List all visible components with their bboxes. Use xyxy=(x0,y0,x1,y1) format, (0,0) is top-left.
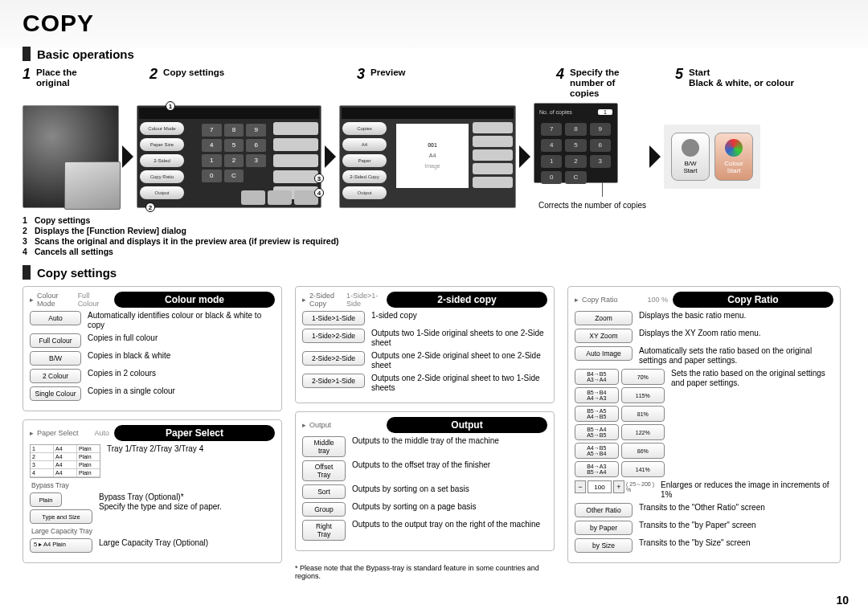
page-title: COPY xyxy=(23,10,845,37)
page-number: 10 xyxy=(836,594,849,607)
option-button: Other Ratio xyxy=(575,503,633,517)
option-desc: Automatically sets the ratio based on th… xyxy=(639,346,833,366)
panel-two-sided: ▸ 2-Sided Copy1-Side>1-Side 2-sided copy… xyxy=(295,286,555,403)
pill-paper-select: Paper Select xyxy=(114,425,275,441)
section-copy-settings: Copy settings xyxy=(23,265,845,280)
option-desc: Outputs two 1-Side original sheets to on… xyxy=(371,329,547,348)
desc-ratio-input: Enlarges or reduces the image in increme… xyxy=(661,480,833,500)
option-desc: Copies in a single colour xyxy=(88,386,275,396)
arrow-icon xyxy=(122,145,133,168)
footnote-bypass: * Please note that the Bypass-tray is st… xyxy=(295,564,555,580)
option-button: Offset Tray xyxy=(302,460,346,481)
step-5: 5 Start Black & white, or colour xyxy=(675,66,812,100)
header-output: ▸ Output xyxy=(302,421,382,429)
colour-start-button: Colour Start xyxy=(714,133,753,181)
step-2: 2 Copy settings xyxy=(149,66,350,100)
desc-trays: Tray 1/Tray 2/Tray 3/Tray 4 xyxy=(107,444,275,454)
illustration-flatbed xyxy=(64,161,121,210)
btn-bypass-plain: Plain xyxy=(30,492,62,507)
option-desc: 1-sided copy xyxy=(371,311,547,321)
option-desc: Outputs by sorting on a page basis xyxy=(352,502,547,512)
preset-ratio-grid: B4→B5 A3→A470%B5→B4 A4→A3115%B5→A5 A4→B5… xyxy=(575,369,665,477)
option-button: Group xyxy=(302,502,346,517)
option-desc: Transits to the "by Size" screen xyxy=(639,538,833,548)
option-desc: Outputs to the middle tray of the machin… xyxy=(352,436,547,446)
section-copy-settings-label: Copy settings xyxy=(37,266,117,280)
option-button: Auto xyxy=(30,311,81,325)
arrow-icon xyxy=(325,145,336,168)
header-paper-select: ▸ Paper SelectAuto xyxy=(30,429,109,437)
option-button: 1-Side>2-Side xyxy=(302,329,365,343)
desc-bypass: Bypass Tray (Optional)* Specify the type… xyxy=(99,492,275,512)
option-button: Auto Image xyxy=(575,346,633,361)
screenshot-copies-keypad: No. of copies1 7894561230C xyxy=(534,103,618,183)
desc-large-tray: Large Capacity Tray (Optional) xyxy=(99,538,275,548)
option-desc: Copies in full colour xyxy=(88,333,275,343)
option-button: by Paper xyxy=(575,521,633,535)
step-1-label: Place the original xyxy=(36,67,77,88)
panel-output: ▸ Output Output Middle trayOutputs to th… xyxy=(295,411,555,551)
option-desc: Copies in 2 colours xyxy=(88,369,275,378)
pill-colour-mode: Colour mode xyxy=(114,292,275,308)
option-desc: Outputs to the offset tray of the finish… xyxy=(352,460,547,470)
step-2-label: Copy settings xyxy=(163,67,224,78)
option-button: 1-Side>1-Side xyxy=(302,311,365,325)
step-5-label: Start Black & white, or colour xyxy=(689,67,794,88)
step-4: 4 Specify the number of copies xyxy=(556,66,669,100)
screenshot-preview: CopiesA4Paper2-Sided CopyOutput 001 A4 I… xyxy=(339,105,516,208)
option-button: 2 Colour xyxy=(30,369,81,383)
option-desc: Copies in black & white xyxy=(88,351,275,361)
step-1: 1 Place the original xyxy=(23,66,143,100)
section-basic-label: Basic operations xyxy=(37,47,134,61)
option-desc: Displays the XY Zoom ratio menu. xyxy=(639,329,833,338)
option-desc: Displays the basic ratio menu. xyxy=(639,311,833,321)
header-two-sided: ▸ 2-Sided Copy1-Side>1-Side xyxy=(302,292,382,308)
bw-start-button: B/W Start xyxy=(671,133,710,181)
illustration-start-buttons: B/W Start Colour Start xyxy=(664,125,760,189)
note-corrects-copies: Corrects the number of copies xyxy=(538,201,646,210)
option-button: Middle tray xyxy=(302,436,346,457)
option-button: Right Tray xyxy=(302,520,346,541)
option-desc: Outputs one 2-Side original sheet to two… xyxy=(371,374,547,393)
option-button: Sort xyxy=(302,484,346,499)
option-desc: Transits to the "Other Ratio" screen xyxy=(639,503,833,513)
tray-table: 1A4Plain2A4Plain3A4Plain4A4Plain xyxy=(30,444,100,478)
option-button: B/W xyxy=(30,351,81,366)
header-copy-ratio: ▸ Copy Ratio100 % xyxy=(575,296,668,304)
option-button: Zoom xyxy=(575,311,633,325)
pill-output: Output xyxy=(387,417,547,433)
option-desc: Outputs to the output tray on the right … xyxy=(352,520,547,529)
option-button: Single Colour xyxy=(30,386,81,401)
option-button: Full Colour xyxy=(30,333,81,348)
header-colour-mode: ▸ Colour Mode Full Colour xyxy=(30,292,109,308)
option-desc: Transits to the "by Paper" screen xyxy=(639,521,833,530)
arrow-icon xyxy=(649,145,661,168)
desc-preset-ratio: Sets the ratio based on the original set… xyxy=(671,369,833,388)
option-button: XY Zoom xyxy=(575,329,633,343)
panel-copy-ratio: ▸ Copy Ratio100 % Copy Ratio ZoomDisplay… xyxy=(567,286,841,563)
panel-paper-select: ▸ Paper SelectAuto Paper Select 1A4Plain… xyxy=(23,419,282,563)
option-button: 2-Side>2-Side xyxy=(302,351,365,366)
section-basic-operations: Basic operations xyxy=(23,47,845,61)
btn-large-tray: 5 ▸ A4 Plain xyxy=(30,538,92,553)
option-desc: Outputs one 2-Side original sheet to one… xyxy=(371,351,547,370)
pill-copy-ratio: Copy Ratio xyxy=(673,292,833,308)
callout-notes: 1 Copy settings2 Displays the [Function … xyxy=(23,215,845,258)
btn-type-size: Type and Size xyxy=(30,509,92,524)
option-desc: Outputs by sorting on a set basis xyxy=(352,484,547,494)
ratio-input: − 100 + ( 25～200 ) % xyxy=(575,480,654,493)
screenshot-copy-settings: Colour ModePaper Size2-SidedCopy RatioOu… xyxy=(137,105,321,208)
option-button: by Size xyxy=(575,538,633,553)
panel-colour-mode: ▸ Colour Mode Full Colour Colour mode Au… xyxy=(23,286,282,411)
step-3: 3 Preview xyxy=(357,66,550,100)
step-4-label: Specify the number of copies xyxy=(570,67,619,100)
step-3-label: Preview xyxy=(371,67,405,78)
option-desc: Automatically identifies colour or black… xyxy=(88,311,275,330)
pill-two-sided: 2-sided copy xyxy=(387,292,547,308)
option-button: 2-Side>1-Side xyxy=(302,374,365,388)
arrow-icon xyxy=(519,145,530,168)
